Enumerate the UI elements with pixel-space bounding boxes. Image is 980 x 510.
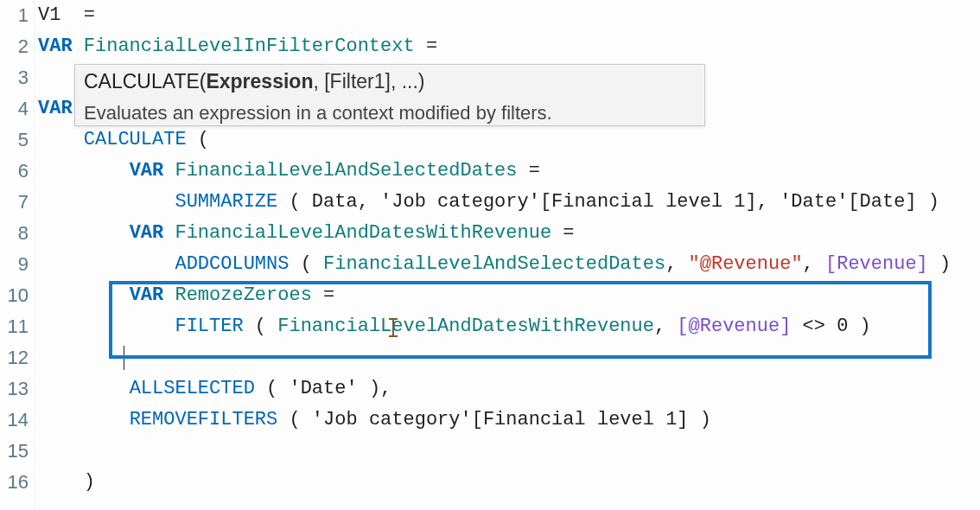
variable-name: FinancialLevelAndDatesWithRevenue bbox=[175, 222, 551, 244]
line-number: 16 bbox=[0, 467, 29, 498]
editor-caret bbox=[124, 346, 124, 370]
code-line-16: ) bbox=[38, 467, 980, 498]
keyword-var: VAR bbox=[130, 160, 175, 182]
line-number: 8 bbox=[0, 218, 29, 249]
intellisense-tooltip: CALCULATE(Expression, [Filter1], ...) Ev… bbox=[74, 64, 705, 126]
code-line-5: CALCULATE ( bbox=[38, 124, 980, 156]
line-number: 4 bbox=[0, 93, 29, 124]
measure-name: V1 bbox=[38, 4, 60, 26]
code-line-6: VAR FinancialLevelAndSelectedDates = bbox=[38, 156, 980, 187]
line-number: 6 bbox=[0, 156, 29, 187]
code-line-10: VAR RemozeZeroes = bbox=[38, 280, 980, 311]
code-line-8: VAR FinancialLevelAndDatesWithRevenue = bbox=[38, 218, 980, 249]
line-number: 11 bbox=[0, 311, 29, 342]
code-line-7: SUMMARIZE ( Data, 'Job category'[Financi… bbox=[38, 187, 980, 218]
variable-name: FinancialLevelAndSelectedDates bbox=[175, 160, 517, 182]
dax-editor[interactable]: 1 2 3 4 5 6 7 8 9 10 11 12 13 14 15 16 V… bbox=[0, 0, 980, 510]
code-line-11: FILTER ( FinancialLevelAndDatesWithReven… bbox=[38, 311, 980, 342]
code-line-1: V1 = bbox=[38, 0, 980, 31]
function-allselected: ALLSELECTED bbox=[130, 378, 255, 399]
line-number: 14 bbox=[0, 405, 29, 436]
code-area[interactable]: V1 = VAR FinancialLevelInFilterContext =… bbox=[35, 0, 980, 510]
line-number: 9 bbox=[0, 249, 29, 280]
line-number: 5 bbox=[0, 124, 29, 156]
code-line-9: ADDCOLUMNS ( FinancialLevelAndSelectedDa… bbox=[38, 249, 980, 280]
line-number: 13 bbox=[0, 373, 29, 405]
line-number: 3 bbox=[0, 62, 29, 93]
variable-name: FinancialLevelInFilterContext bbox=[84, 35, 415, 57]
measure-reference: [@Revenue] bbox=[677, 316, 791, 337]
line-number: 1 bbox=[0, 0, 29, 31]
line-number: 15 bbox=[0, 436, 29, 467]
variable-name: RemozeZeroes bbox=[175, 284, 311, 306]
measure-reference: [Revenue] bbox=[825, 253, 928, 275]
code-line-14: REMOVEFILTERS ( 'Job category'[Financial… bbox=[38, 405, 980, 436]
line-number: 7 bbox=[0, 187, 29, 218]
line-number: 10 bbox=[0, 280, 29, 311]
function-summarize: SUMMARIZE bbox=[175, 191, 277, 213]
code-line-15 bbox=[38, 436, 980, 467]
function-removefilters: REMOVEFILTERS bbox=[130, 409, 278, 430]
line-number: 2 bbox=[0, 31, 29, 62]
keyword-var: VAR bbox=[130, 284, 175, 306]
function-filter: FILTER bbox=[175, 316, 243, 337]
code-line-12 bbox=[38, 342, 980, 373]
line-number-gutter: 1 2 3 4 5 6 7 8 9 10 11 12 13 14 15 16 bbox=[0, 0, 35, 510]
keyword-var: VAR bbox=[38, 35, 84, 57]
string-literal: "@Revenue" bbox=[689, 253, 803, 275]
function-addcolumns: ADDCOLUMNS bbox=[175, 253, 289, 275]
tooltip-signature: CALCULATE(Expression, [Filter1], ...) bbox=[84, 67, 696, 97]
code-line-13: ALLSELECTED ( 'Date' ), bbox=[38, 373, 980, 405]
line-number: 12 bbox=[0, 342, 29, 373]
function-calculate: CALCULATE bbox=[84, 129, 187, 150]
code-line-2: VAR FinancialLevelInFilterContext = bbox=[38, 31, 980, 62]
keyword-var: VAR bbox=[130, 222, 175, 244]
tooltip-description: Evaluates an expression in a context mod… bbox=[84, 99, 696, 127]
